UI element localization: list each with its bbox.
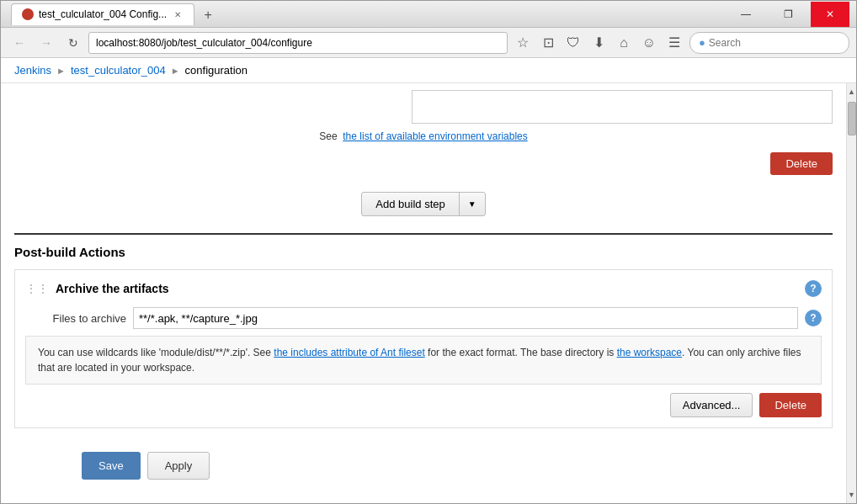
top-section [14,83,833,127]
profile-icon[interactable]: ☺ [637,31,661,55]
bottom-actions: Save Apply [82,438,833,493]
archive-info-box: You can use wildcards like 'module/dist/… [25,336,822,385]
nav-bar: ← → ↻ ☆ ⊡ 🛡 ⬇ ⌂ ☺ ☰ ● [1,28,856,58]
content-area: See the list of available environment va… [1,83,856,503]
apply-button[interactable]: Apply [147,452,210,480]
minimize-button[interactable]: — [727,2,765,27]
ant-fileset-link[interactable]: the includes attribute of Ant fileset [274,347,424,358]
breadcrumb-sep-2: ► [171,66,180,76]
info-text-1: You can use wildcards like 'module/dist/… [38,347,271,358]
bookmark-star-icon[interactable]: ☆ [511,31,535,55]
breadcrumb-current: configuration [185,64,248,77]
address-input[interactable] [96,37,500,49]
delete-button-archive[interactable]: Delete [759,393,822,417]
delete-btn-row: Delete [14,149,833,185]
save-button[interactable]: Save [82,452,141,480]
restore-button[interactable]: ❐ [769,2,807,27]
nav-icons: ☆ ⊡ 🛡 ⬇ ⌂ ☺ ☰ [511,31,686,55]
env-vars-link[interactable]: the list of available environment variab… [343,130,527,142]
add-build-step-button[interactable]: Add build step ▼ [361,192,485,216]
main-content: See the list of available environment va… [1,83,846,503]
breadcrumb-jenkins[interactable]: Jenkins [14,64,51,77]
add-build-step-row: Add build step ▼ [14,185,833,230]
scrollbar-down-button[interactable]: ▼ [847,488,857,501]
archive-header: ⋮⋮ Archive the artifacts ? [25,280,822,297]
tab-bar: test_culculator_004 Config... ✕ + [11,3,727,25]
archive-artifacts-block: ⋮⋮ Archive the artifacts ? Files to arch… [14,269,833,428]
search-icon: ● [699,36,705,49]
shield-icon[interactable]: 🛡 [562,31,585,55]
forward-button[interactable]: → [35,31,58,55]
env-vars-row: See the list of available environment va… [14,127,833,149]
new-tab-button[interactable]: + [198,5,218,25]
files-to-archive-input[interactable] [133,307,798,329]
files-help-icon[interactable]: ? [805,310,822,326]
tab-favicon [22,8,34,20]
tab-title: test_culculator_004 Config... [39,8,167,20]
download-icon[interactable]: ⬇ [587,31,610,55]
add-build-step-label: Add build step [362,193,459,215]
workspace-link[interactable]: the workspace [617,347,682,358]
home-icon[interactable]: ⌂ [612,31,636,55]
post-build-title: Post-build Actions [14,245,833,259]
breadcrumb-job[interactable]: test_culculator_004 [71,64,166,77]
delete-button-top[interactable]: Delete [770,152,833,175]
refresh-button[interactable]: ↻ [61,31,85,55]
breadcrumb: Jenkins ► test_culculator_004 ► configur… [1,58,856,83]
section-divider [14,233,833,235]
info-text-2: for the exact format. The base directory… [428,347,614,358]
browser-tab[interactable]: test_culculator_004 Config... ✕ [11,3,194,25]
add-build-step-arrow-icon: ▼ [460,193,485,215]
scrollbar-thumb[interactable] [848,102,856,135]
archive-help-icon[interactable]: ? [805,280,822,297]
files-to-archive-row: Files to archive ? [25,307,822,329]
env-vars-see-text: See [319,130,337,142]
advanced-button[interactable]: Advanced... [670,393,753,417]
drag-handle-icon: ⋮⋮ [25,282,49,295]
window-controls: — ❐ ✕ [727,2,849,27]
address-bar [88,32,508,54]
tab-close-button[interactable]: ✕ [172,8,184,20]
scrollbar-track: ▲ ▼ [846,83,856,503]
scrollbar-up-button[interactable]: ▲ [847,85,857,98]
archive-title: Archive the artifacts [56,282,798,295]
files-to-archive-label: Files to archive [25,312,126,325]
reading-list-icon[interactable]: ⊡ [536,31,560,55]
menu-icon[interactable]: ☰ [663,31,686,55]
archive-footer: Advanced... Delete [25,393,822,417]
back-button[interactable]: ← [8,31,31,55]
title-bar: test_culculator_004 Config... ✕ + — ❐ ✕ [1,1,856,28]
close-button[interactable]: ✕ [811,2,849,27]
search-bar: ● [689,32,849,54]
top-input-area [412,90,833,124]
breadcrumb-sep-1: ► [56,66,66,76]
search-input[interactable] [709,37,840,49]
